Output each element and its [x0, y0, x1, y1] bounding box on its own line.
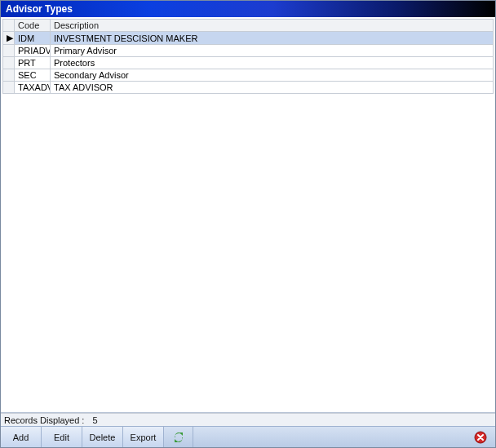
add-button[interactable]: Add — [1, 427, 42, 447]
cell-code: TAXADV — [15, 82, 51, 94]
grid-area: Code Description ▶IDMINVESTMENT DESCISIO… — [1, 17, 495, 413]
row-indicator — [3, 69, 15, 82]
refresh-icon — [172, 431, 185, 444]
cell-description: Primary Advisor — [51, 45, 494, 57]
close-icon — [474, 431, 487, 444]
export-button[interactable]: Export — [123, 427, 164, 447]
col-selector[interactable] — [3, 20, 15, 32]
cell-description: Secondary Advisor — [51, 69, 494, 82]
toolbar-spacer — [193, 427, 466, 447]
refresh-button[interactable] — [164, 427, 193, 447]
cell-description: INVESTMENT DESCISION MAKER — [51, 32, 494, 45]
cell-description: Protectors — [51, 57, 494, 69]
row-indicator — [3, 45, 15, 57]
advisor-types-table[interactable]: Code Description ▶IDMINVESTMENT DESCISIO… — [2, 19, 494, 94]
cell-code: IDM — [15, 32, 51, 45]
titlebar: Advisor Types — [1, 1, 495, 17]
col-description[interactable]: Description — [51, 20, 494, 32]
edit-button[interactable]: Edit — [42, 427, 82, 447]
window-title: Advisor Types — [6, 3, 73, 15]
table-header-row: Code Description — [3, 20, 494, 32]
cell-code: PRIADV — [15, 45, 51, 57]
close-button[interactable] — [466, 427, 495, 447]
table-row[interactable]: TAXADVTAX ADVISOR — [3, 82, 494, 94]
cell-code: SEC — [15, 69, 51, 82]
edit-button-label: Edit — [54, 432, 69, 442]
cell-code: PRT — [15, 57, 51, 69]
delete-button[interactable]: Delete — [82, 427, 123, 447]
records-displayed-label: Records Displayed : — [4, 415, 84, 425]
col-code[interactable]: Code — [15, 20, 51, 32]
cell-description: TAX ADVISOR — [51, 82, 494, 94]
delete-button-label: Delete — [90, 432, 116, 442]
records-displayed-count: 5 — [92, 415, 97, 425]
table-row[interactable]: PRTProtectors — [3, 57, 494, 69]
export-button-label: Export — [131, 432, 157, 442]
table-row[interactable]: ▶IDMINVESTMENT DESCISION MAKER — [3, 32, 494, 45]
table-row[interactable]: SECSecondary Advisor — [3, 69, 494, 82]
toolbar: Add Edit Delete Export — [1, 426, 495, 447]
add-button-label: Add — [13, 432, 29, 442]
row-indicator — [3, 82, 15, 94]
table-row[interactable]: PRIADVPrimary Advisor — [3, 45, 494, 57]
row-indicator — [3, 57, 15, 69]
status-bar: Records Displayed : 5 — [1, 413, 495, 426]
row-indicator: ▶ — [3, 32, 15, 45]
window: Advisor Types Code Description ▶IDMINVES… — [0, 0, 496, 448]
